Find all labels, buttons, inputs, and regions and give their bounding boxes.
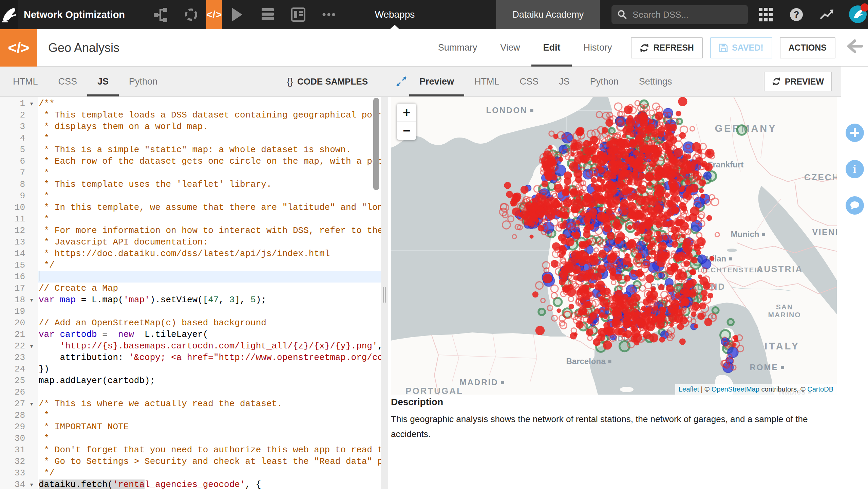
right-action-strip: i: [841, 67, 868, 489]
fold-caret-icon[interactable]: ▾: [25, 340, 38, 352]
help-icon[interactable]: ?: [789, 7, 804, 22]
apps-grid-icon[interactable]: [758, 7, 774, 22]
editor-tab-html[interactable]: HTML: [3, 67, 48, 96]
saved-button[interactable]: SAVED!: [710, 37, 772, 58]
code-line[interactable]: 17// Create a Map: [0, 283, 381, 294]
code-line[interactable]: 4 *: [0, 132, 381, 144]
tab-edit[interactable]: Edit: [531, 29, 572, 67]
more-icon[interactable]: [321, 7, 337, 22]
code-line[interactable]: 14 * https://doc.dataiku.com/dss/latest/…: [0, 248, 381, 259]
flow-icon[interactable]: [153, 7, 168, 22]
preview-button[interactable]: PREVIEW: [764, 72, 832, 91]
code-line[interactable]: 24}): [0, 363, 381, 375]
code-line[interactable]: 19: [0, 306, 381, 317]
dataiku-academy-tab[interactable]: Dataiku Academy: [496, 0, 600, 29]
code-line[interactable]: 10 * In this template, we assume that th…: [0, 202, 381, 213]
fold-caret-icon[interactable]: ▾: [25, 98, 38, 109]
code-line[interactable]: 18▾var map = L.map('map').setView([47, 3…: [0, 294, 381, 306]
code-line[interactable]: 29 * IMPORTANT NOTE: [0, 421, 381, 433]
code-line[interactable]: 11 *: [0, 213, 381, 225]
code-line[interactable]: 27▾/* This is where we actually read the…: [0, 398, 381, 410]
fold-caret-icon[interactable]: ▾: [25, 479, 38, 489]
leaflet-link[interactable]: Leaflet: [679, 385, 699, 393]
search-box[interactable]: [611, 5, 748, 24]
tab-view[interactable]: View: [489, 29, 531, 67]
code-line[interactable]: 15 */: [0, 259, 381, 271]
fold-caret-icon[interactable]: ▾: [25, 398, 38, 410]
search-input[interactable]: [632, 9, 742, 20]
code-line[interactable]: 12 * For more information on how to inte…: [0, 225, 381, 236]
tab-history[interactable]: History: [572, 29, 623, 67]
code-line[interactable]: 13 * Javascript API documentation:: [0, 236, 381, 248]
add-button[interactable]: [846, 124, 864, 142]
preview-tab-css[interactable]: CSS: [510, 67, 549, 96]
code-line[interactable]: 33 */: [0, 467, 381, 479]
map-label: Milan: [705, 254, 732, 263]
panel-divider[interactable]: [381, 97, 388, 489]
current-section-caret: [390, 25, 399, 29]
map-preview[interactable]: LONDONBELGIUMGERMANYFrankfurtLUXEMBOURGC…: [391, 97, 837, 395]
description-heading: Description: [391, 397, 832, 408]
code-line[interactable]: 22▾ 'http://{s}.basemaps.cartocdn.com/li…: [0, 340, 381, 352]
run-icon[interactable]: [229, 7, 245, 22]
section-webapps[interactable]: Webapps: [364, 0, 425, 29]
svg-text:?: ?: [794, 10, 799, 20]
panel-tab-rows: HTMLCSSJSPython {} CODE SAMPLES PreviewH…: [0, 67, 841, 97]
code-line[interactable]: 9 *: [0, 190, 381, 202]
code-line[interactable]: 21var cartodb = new L.tileLayer(: [0, 329, 381, 340]
code-line[interactable]: 6 * Each row of the dataset gets one cir…: [0, 156, 381, 167]
tab-summary[interactable]: Summary: [427, 29, 489, 67]
dataiku-logo[interactable]: [0, 0, 18, 29]
notebook-icon[interactable]: [290, 7, 306, 22]
map-label: BELGIUM: [614, 139, 662, 149]
user-avatar[interactable]: [849, 5, 867, 24]
osm-link[interactable]: OpenStreetMap: [712, 385, 759, 393]
map-label: Frankfurt: [702, 160, 743, 169]
zoom-in-button[interactable]: +: [397, 104, 416, 122]
code-line[interactable]: 7 *: [0, 167, 381, 179]
preview-tab-preview[interactable]: Preview: [409, 67, 464, 96]
map-label: ANDORRA: [606, 334, 647, 342]
code-editor[interactable]: 1▾/**2 * This template loads a DSS datas…: [0, 97, 381, 489]
chat-button[interactable]: [846, 196, 864, 215]
collapse-panel-arrow[interactable]: [847, 39, 863, 53]
jobs-icon[interactable]: [260, 7, 276, 22]
code-line[interactable]: 3 * displays them on a world map.: [0, 121, 381, 132]
lab-icon[interactable]: [183, 7, 199, 22]
map-label: MONACO: [677, 313, 714, 321]
code-samples-button[interactable]: {} CODE SAMPLES: [287, 76, 368, 87]
preview-tab-html[interactable]: HTML: [464, 67, 510, 96]
code-webapps-icon[interactable]: </>: [206, 0, 222, 29]
map-label: SAN MARINO: [768, 303, 801, 319]
preview-tab-python[interactable]: Python: [580, 67, 629, 96]
code-line[interactable]: 26: [0, 386, 381, 398]
code-line[interactable]: 34▾dataiku.fetch('rental_agencies_geocod…: [0, 479, 381, 489]
code-line[interactable]: 1▾/**: [0, 98, 381, 109]
code-line[interactable]: 23 attribution: '&copy; <a href="http://…: [0, 352, 381, 363]
editor-tab-python[interactable]: Python: [119, 67, 168, 96]
editor-tab-js[interactable]: JS: [87, 67, 119, 96]
cartodb-link[interactable]: CartoDB: [807, 385, 833, 393]
refresh-button[interactable]: REFRESH: [631, 37, 702, 58]
actions-button[interactable]: ACTIONS: [780, 37, 836, 58]
code-line[interactable]: 32 * Go to Settings > Security and check…: [0, 456, 381, 467]
preview-tab-js[interactable]: JS: [549, 67, 580, 96]
code-line[interactable]: 28 *: [0, 410, 381, 421]
info-button[interactable]: i: [846, 160, 864, 178]
code-line[interactable]: 31 * Don't forget that you need to autho…: [0, 444, 381, 456]
preview-tab-settings[interactable]: Settings: [629, 67, 682, 96]
zoom-out-button[interactable]: −: [397, 122, 416, 140]
code-line[interactable]: 30 *: [0, 433, 381, 444]
fold-caret-icon[interactable]: ▾: [25, 294, 38, 306]
code-line[interactable]: 2 * This template loads a DSS dataset co…: [0, 109, 381, 121]
code-line[interactable]: 20// Add an OpenStreetMap(c) based backg…: [0, 317, 381, 329]
trend-icon[interactable]: [819, 7, 835, 22]
editor-scrollbar[interactable]: [373, 98, 379, 190]
editor-tab-css[interactable]: CSS: [48, 67, 88, 96]
expand-icon[interactable]: [396, 76, 407, 87]
code-line[interactable]: 25map.addLayer(cartodb);: [0, 375, 381, 386]
code-line[interactable]: 8 * This template uses the 'leaflet' lib…: [0, 179, 381, 190]
code-line[interactable]: 5 * This is a simple "static" map: a who…: [0, 144, 381, 156]
code-line[interactable]: 16: [0, 271, 381, 283]
project-title[interactable]: Network Optimization: [24, 9, 125, 20]
